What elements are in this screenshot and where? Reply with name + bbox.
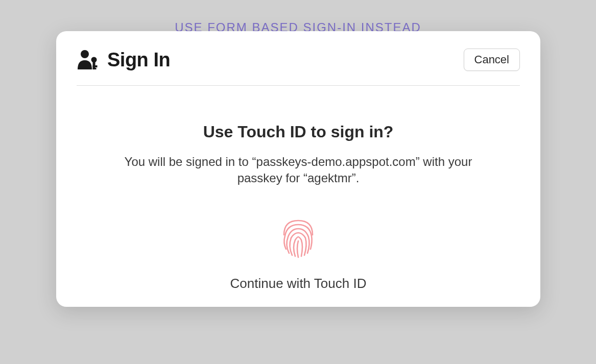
- touchid-prompt-description: You will be signed in to “passkeys-demo.…: [114, 154, 482, 187]
- svg-rect-4: [93, 68, 97, 69]
- fingerprint-icon[interactable]: [77, 212, 520, 261]
- dialog-title: Sign In: [107, 49, 170, 71]
- dialog-header: Sign In Cancel: [77, 48, 520, 86]
- dialog-title-group: Sign In: [77, 49, 170, 71]
- dialog-body: Use Touch ID to sign in? You will be sig…: [77, 86, 520, 292]
- svg-point-0: [81, 50, 89, 58]
- svg-rect-3: [93, 65, 98, 67]
- continue-touchid-label: Continue with Touch ID: [77, 276, 520, 292]
- touchid-signin-dialog: Sign In Cancel Use Touch ID to sign in? …: [56, 31, 540, 307]
- touchid-prompt-heading: Use Touch ID to sign in?: [77, 123, 520, 141]
- person-key-icon: [77, 49, 101, 70]
- cancel-button[interactable]: Cancel: [464, 48, 520, 71]
